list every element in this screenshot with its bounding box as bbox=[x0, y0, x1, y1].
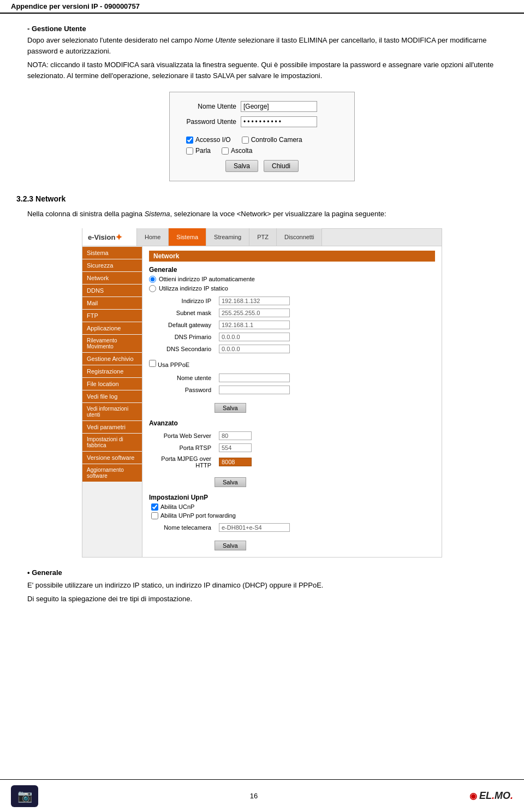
indirizzo-input[interactable] bbox=[219, 297, 290, 305]
page-content: - Gestione Utente Dopo aver selezionato … bbox=[0, 14, 524, 619]
controllo-camera-checkbox[interactable] bbox=[242, 137, 249, 144]
dns-secondary-label: DNS Secondario bbox=[150, 343, 216, 354]
dns-primary-input[interactable] bbox=[219, 333, 290, 341]
field-row-dns-secondary: DNS Secondario bbox=[150, 343, 434, 354]
nome-utente-pppoe-input[interactable] bbox=[219, 374, 290, 382]
sidebar-item-sistema[interactable]: Sistema bbox=[82, 247, 142, 259]
pppoe-row: Usa PPPoE bbox=[149, 360, 435, 368]
form-buttons: Salva Chiudi bbox=[181, 160, 343, 172]
parla-checkbox[interactable] bbox=[186, 147, 193, 155]
dns-primary-label: DNS Primario bbox=[150, 331, 216, 342]
password-pppoe-label: Password bbox=[150, 384, 216, 395]
section-323: 3.2.3 Network Nella colonna di sinistra … bbox=[16, 194, 508, 558]
sidebar-item-vedi-parametri[interactable]: Vedi parametri bbox=[82, 421, 142, 433]
gestione-paragraph1: Dopo aver selezionato l'utente desiderat… bbox=[27, 35, 508, 56]
nav-tab-disconnetti[interactable]: Disconnetti bbox=[277, 228, 322, 246]
sidebar-item-mail[interactable]: Mail bbox=[82, 297, 142, 309]
gateway-input[interactable] bbox=[219, 321, 290, 329]
sidebar-item-versione[interactable]: Versione software bbox=[82, 452, 142, 464]
radio-static[interactable] bbox=[149, 285, 156, 292]
upnp-checkbox1-row: Abilita UCnP bbox=[151, 503, 435, 511]
radio-static-row: Utilizza indirizzo IP statico bbox=[149, 285, 435, 292]
upnp-checkbox2-row: Abilita UPnP port forwarding bbox=[151, 512, 435, 519]
logo-star: ✦ bbox=[115, 232, 122, 242]
subnet-label: Subnet mask bbox=[150, 307, 216, 318]
ui-body: Sistema Sicurezza Network DDNS Mail FTP … bbox=[82, 246, 442, 557]
nav-tab-ptz[interactable]: PTZ bbox=[249, 228, 277, 246]
salva-btn-3[interactable]: Salva bbox=[215, 541, 246, 550]
ip-fields-table: Indirizzo IP Subnet mask Default gateway bbox=[149, 294, 435, 355]
ascolta-label: Ascolta bbox=[231, 147, 252, 155]
chiudi-button[interactable]: Chiudi bbox=[264, 160, 299, 172]
field-row-mjpeg: Porta MJPEG over HTTP bbox=[150, 454, 434, 470]
upnp-forward-label: Abilita UPnP port forwarding bbox=[160, 512, 236, 519]
salva-btn-1[interactable]: Salva bbox=[215, 403, 246, 413]
radio-auto[interactable] bbox=[149, 276, 156, 283]
sidebar-item-gestione-archivio[interactable]: Gestione Archivio bbox=[82, 353, 142, 365]
upnp-forward-checkbox[interactable] bbox=[151, 512, 158, 519]
pppoe-fields-table: Nome utente Password bbox=[149, 371, 435, 396]
sidebar-item-rilevamento[interactable]: Rilevamento Movimento bbox=[82, 335, 142, 352]
checkbox-row-2: Parla Ascolta bbox=[186, 147, 343, 155]
nav-tab-sistema[interactable]: Sistema bbox=[169, 228, 206, 246]
mjpeg-input[interactable] bbox=[219, 458, 252, 466]
parla-label: Parla bbox=[195, 147, 211, 155]
mjpeg-label: Porta MJPEG over HTTP bbox=[150, 454, 216, 470]
field-row-password-pppoe: Password bbox=[150, 384, 434, 395]
sidebar-item-registrazione[interactable]: Registrazione bbox=[82, 365, 142, 377]
sidebar-item-sicurezza[interactable]: Sicurezza bbox=[82, 259, 142, 271]
upnp-title: Impostazioni UpnP bbox=[149, 494, 435, 501]
salva-button[interactable]: Salva bbox=[225, 160, 258, 172]
field-row-rtsp: Porta RTSP bbox=[150, 442, 434, 453]
upnp-nome-table: Nome telecamera bbox=[149, 521, 435, 534]
field-row-nome-utente: Nome utente bbox=[150, 372, 434, 383]
checkbox-controllo-camera: Controllo Camera bbox=[242, 136, 302, 144]
sidebar-item-file-location[interactable]: File location bbox=[82, 378, 142, 390]
gestione-utente-section: - Gestione Utente Dopo aver selezionato … bbox=[16, 25, 508, 181]
password-pppoe-input[interactable] bbox=[219, 386, 290, 394]
salva-btn-2[interactable]: Salva bbox=[215, 477, 246, 487]
nav-tabs: Home Sistema Streaming PTZ Disconnetti bbox=[137, 228, 322, 246]
gestione-paragraph2: NOTA: cliccando il tasto MODIFICA sarà v… bbox=[27, 60, 508, 81]
sidebar-item-ddns[interactable]: DDNS bbox=[82, 285, 142, 297]
nav-tab-home[interactable]: Home bbox=[137, 228, 169, 246]
field-row-nome-telecamera: Nome telecamera bbox=[150, 522, 434, 533]
ascolta-checkbox[interactable] bbox=[222, 147, 229, 155]
sidebar-item-ftp[interactable]: FTP bbox=[82, 310, 142, 322]
sidebar-item-aggiornamento[interactable]: Aggiornamento software bbox=[82, 464, 142, 482]
radio-auto-row: Ottieni indirizzo IP automaticamente bbox=[149, 276, 435, 283]
accesso-io-checkbox[interactable] bbox=[186, 137, 193, 144]
radio-static-label: Utilizza indirizzo IP statico bbox=[159, 285, 228, 292]
sidebar-item-vedi-file-log[interactable]: Vedi file log bbox=[82, 390, 142, 402]
nome-telecamera-input[interactable] bbox=[219, 523, 290, 532]
section-323-title: 3.2.3 Network bbox=[16, 194, 508, 203]
gestione-utente-title: - Gestione Utente bbox=[27, 25, 508, 33]
nome-telecamera-label: Nome telecamera bbox=[150, 522, 216, 533]
upnp-section: Impostazioni UpnP Abilita UCnP Abilita U… bbox=[149, 494, 435, 553]
pppoe-label: Usa PPPoE bbox=[158, 361, 189, 368]
nav-tab-streaming[interactable]: Streaming bbox=[206, 228, 249, 246]
page-number: 16 bbox=[250, 792, 258, 800]
web-server-input[interactable] bbox=[219, 431, 252, 440]
network-ui-screenshot: e-Vision✦ Home Sistema Streaming PTZ Dis… bbox=[82, 228, 442, 558]
subnet-input[interactable] bbox=[219, 309, 290, 317]
field-row-web-server: Porta Web Server bbox=[150, 430, 434, 441]
avanzato-fields-table: Porta Web Server Porta RTSP Porta MJPEG … bbox=[149, 429, 435, 471]
field-row-gateway: Default gateway bbox=[150, 319, 434, 330]
nome-utente-pppoe-label: Nome utente bbox=[150, 372, 216, 383]
upnp-enable-checkbox[interactable] bbox=[151, 503, 158, 511]
footer-logo-left: 📷 bbox=[11, 785, 38, 807]
dns-secondary-input[interactable] bbox=[219, 345, 290, 353]
password-row: Password Utente •••••••••• bbox=[181, 116, 343, 127]
sidebar-item-network[interactable]: Network bbox=[82, 272, 142, 284]
pppoe-checkbox[interactable] bbox=[149, 360, 156, 367]
field-row-dns-primary: DNS Primario bbox=[150, 331, 434, 342]
camera-icon: 📷 bbox=[17, 789, 32, 803]
rtsp-input[interactable] bbox=[219, 443, 252, 452]
sidebar-item-applicazione[interactable]: Applicazione bbox=[82, 322, 142, 334]
controllo-camera-label: Controllo Camera bbox=[251, 136, 302, 144]
sidebar-item-impostazioni[interactable]: Impostazioni di fabbrica bbox=[82, 434, 142, 451]
nome-utente-row: Nome Utente [George] bbox=[181, 101, 343, 112]
sidebar-item-vedi-info[interactable]: Vedi informazioni utenti bbox=[82, 403, 142, 420]
upnp-enable-label: Abilita UCnP bbox=[160, 503, 194, 510]
